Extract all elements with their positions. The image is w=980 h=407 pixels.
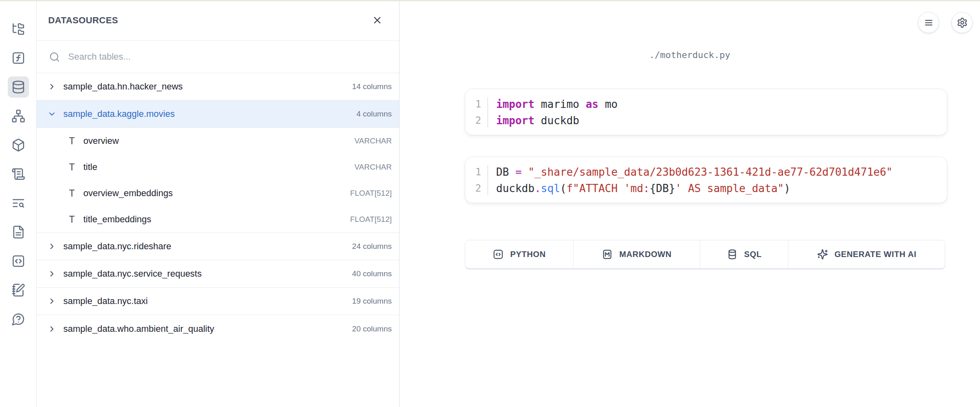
notebook-menu-button[interactable] bbox=[918, 12, 939, 33]
add-button-label: SQL bbox=[744, 250, 762, 259]
sidebar-item-documentation[interactable] bbox=[8, 221, 29, 243]
scroll-text-icon bbox=[11, 167, 25, 181]
text-type-icon: T bbox=[67, 188, 77, 199]
line-number-gutter: 12 bbox=[465, 96, 487, 129]
table-column-count: 20 columns bbox=[352, 324, 392, 333]
datasources-panel-header: DATASOURCES bbox=[37, 0, 399, 41]
search-icon bbox=[49, 51, 60, 63]
table-name: sample_data.kaggle.movies bbox=[63, 109, 356, 119]
square-code-icon bbox=[493, 249, 504, 260]
table-name: sample_data.who.ambient_air_quality bbox=[63, 324, 352, 334]
notebook-column: 12import marimo as moimport duckdb 12DB … bbox=[465, 89, 947, 268]
table-name: sample_data.nyc.service_requests bbox=[63, 268, 352, 279]
add-button-label: MARKDOWN bbox=[619, 250, 672, 259]
chevron-down-icon bbox=[47, 110, 56, 119]
sidebar-item-logs[interactable] bbox=[8, 163, 29, 185]
code-cell-imports[interactable]: 12import marimo as moimport duckdb bbox=[465, 89, 947, 135]
column-name: title bbox=[83, 162, 355, 172]
column-row-overview-embeddings[interactable]: T overview_embeddings FLOAT[512] bbox=[37, 180, 399, 206]
table-search-row bbox=[37, 41, 399, 73]
table-row-taxi[interactable]: sample_data.nyc.taxi 19 columns bbox=[37, 288, 399, 315]
add-sql-cell-button[interactable]: SQL bbox=[700, 240, 788, 268]
table-row-hacker-news[interactable]: sample_data.hn.hacker_news 14 columns bbox=[37, 73, 399, 101]
code-line: duckdb.sql(f"ATTACH 'md:{DB}' AS sample_… bbox=[496, 180, 893, 197]
sidebar-item-dependencies[interactable] bbox=[8, 105, 29, 127]
table-column-count: 24 columns bbox=[352, 242, 392, 251]
add-python-cell-button[interactable]: PYTHON bbox=[465, 240, 573, 268]
sidebar-item-code[interactable] bbox=[8, 250, 29, 272]
gear-icon bbox=[957, 17, 968, 28]
line-number-gutter: 12 bbox=[465, 164, 487, 197]
help-bubble-icon bbox=[11, 312, 25, 326]
database-icon bbox=[727, 249, 738, 260]
markdown-icon bbox=[602, 249, 613, 260]
window-top-strip bbox=[0, 0, 980, 1]
expanded-columns-group: T overview VARCHAR T title VARCHAR T ove… bbox=[37, 128, 399, 233]
table-name: sample_data.hn.hacker_news bbox=[63, 81, 352, 92]
sidebar-item-variables[interactable] bbox=[8, 47, 29, 69]
text-type-icon: T bbox=[67, 214, 77, 225]
code-line: import marimo as mo bbox=[496, 96, 618, 112]
code-cell-attach-db[interactable]: 12DB = "_share/sample_data/23b0d623-1361… bbox=[465, 157, 947, 203]
table-column-count: 19 columns bbox=[352, 297, 392, 306]
sidebar-item-scratchpad[interactable] bbox=[8, 280, 29, 301]
add-button-label: PYTHON bbox=[510, 250, 546, 259]
function-square-icon bbox=[11, 51, 25, 65]
table-name: sample_data.nyc.taxi bbox=[63, 296, 352, 306]
table-name: sample_data.nyc.rideshare bbox=[63, 241, 352, 252]
column-name: overview bbox=[83, 136, 355, 146]
code-line: import duckdb bbox=[496, 112, 618, 129]
column-type: FLOAT[512] bbox=[350, 189, 392, 198]
add-button-label: GENERATE WITH AI bbox=[835, 250, 917, 259]
column-type: VARCHAR bbox=[355, 136, 392, 145]
column-row-title-embeddings[interactable]: T title_embeddings FLOAT[512] bbox=[37, 206, 399, 233]
table-row-service-requests[interactable]: sample_data.nyc.service_requests 40 colu… bbox=[37, 260, 399, 288]
marimo-app: DATASOURCES sample_data.hn.hacker_news 1… bbox=[0, 0, 980, 407]
chevron-right-icon bbox=[47, 82, 56, 91]
search-tables-input[interactable] bbox=[68, 51, 389, 62]
square-code-icon bbox=[11, 254, 25, 268]
add-markdown-cell-button[interactable]: MARKDOWN bbox=[573, 240, 700, 268]
text-search-icon bbox=[11, 196, 25, 210]
close-panel-button[interactable] bbox=[369, 12, 385, 29]
folder-tree-icon bbox=[11, 22, 25, 36]
sidebar-item-datasources[interactable] bbox=[8, 76, 29, 98]
notebook-filename[interactable]: ./motherduck.py bbox=[400, 0, 980, 60]
settings-button[interactable] bbox=[951, 12, 973, 33]
chevron-right-icon bbox=[47, 324, 56, 333]
notebook-pen-icon bbox=[11, 283, 25, 297]
network-icon bbox=[11, 109, 25, 123]
column-name: title_embeddings bbox=[83, 214, 350, 225]
table-row-rideshare[interactable]: sample_data.nyc.rideshare 24 columns bbox=[37, 233, 399, 260]
code-editor[interactable]: import marimo as moimport duckdb bbox=[488, 96, 618, 129]
code-line: DB = "_share/sample_data/23b0d623-1361-4… bbox=[496, 164, 893, 180]
column-type: VARCHAR bbox=[355, 163, 392, 172]
column-type: FLOAT[512] bbox=[350, 215, 392, 224]
sidebar-item-snippets[interactable] bbox=[8, 192, 29, 214]
column-name: overview_embeddings bbox=[83, 188, 350, 199]
column-row-title[interactable]: T title VARCHAR bbox=[37, 154, 399, 180]
sidebar-item-help[interactable] bbox=[8, 309, 29, 330]
database-icon bbox=[11, 80, 25, 94]
left-icon-sidebar bbox=[0, 0, 37, 407]
table-column-count: 14 columns bbox=[352, 82, 392, 91]
text-type-icon: T bbox=[67, 162, 77, 172]
sidebar-item-packages[interactable] bbox=[8, 134, 29, 156]
chevron-right-icon bbox=[47, 297, 56, 306]
text-type-icon: T bbox=[67, 136, 77, 146]
sparkles-icon bbox=[817, 249, 828, 260]
generate-with-ai-button[interactable]: GENERATE WITH AI bbox=[788, 240, 945, 268]
table-row-ambient-air-quality[interactable]: sample_data.who.ambient_air_quality 20 c… bbox=[37, 315, 399, 342]
chevron-right-icon bbox=[47, 242, 56, 251]
table-column-count: 4 columns bbox=[356, 110, 392, 119]
file-text-icon bbox=[11, 225, 25, 239]
column-row-overview[interactable]: T overview VARCHAR bbox=[37, 128, 399, 154]
close-icon bbox=[372, 15, 383, 26]
sidebar-item-file-explorer[interactable] bbox=[8, 18, 29, 40]
table-row-kaggle-movies[interactable]: sample_data.kaggle.movies 4 columns bbox=[37, 101, 399, 128]
code-editor[interactable]: DB = "_share/sample_data/23b0d623-1361-4… bbox=[488, 164, 893, 197]
chevron-right-icon bbox=[47, 269, 56, 278]
table-column-count: 40 columns bbox=[352, 269, 392, 278]
add-cell-bar: PYTHON MARKDOWN SQL GENERATE WITH AI bbox=[465, 240, 945, 268]
box-icon bbox=[11, 138, 25, 152]
